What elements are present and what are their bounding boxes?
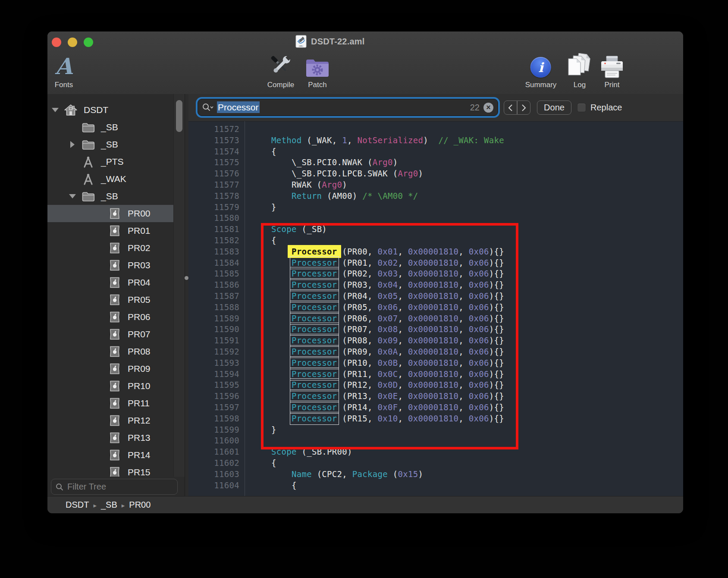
code-line-11575[interactable]: 11575 \_SB.PCI0.NWAK (Arg0) [188,157,683,168]
tree-item-pr05-11[interactable]: PR05 [47,291,185,308]
tree-item-pr11-17[interactable]: PR11 [47,395,185,412]
code-line-11599[interactable]: 11599 } [188,424,683,436]
tree-item-pr12-18[interactable]: PR12 [47,412,185,429]
tree-item-pr09-15[interactable]: PR09 [47,360,185,377]
toolbar-button-compile[interactable]: Compile [267,51,294,89]
code-line-11591[interactable]: 11591 Processor (PR08, 0x09, 0x00001810,… [188,335,683,346]
tree-item-pr08-14[interactable]: PR08 [47,343,185,360]
toolbar-button-log[interactable]: Log [567,51,592,89]
replace-checkbox[interactable] [577,103,586,112]
zoom-window-button[interactable] [84,38,93,47]
tree-item-pr02-8[interactable]: PR02 [47,239,185,257]
disclosure-triangle[interactable] [50,108,60,112]
tree-item-dsdt-0[interactable]: DSDT [47,101,185,119]
find-next-button[interactable] [517,101,530,115]
tree-item-pr15-21[interactable]: PR15 [47,464,185,477]
code-line-11602[interactable]: 11602 { [188,458,683,469]
code-line-11600[interactable]: 11600 [188,435,683,446]
breadcrumb-item-dsdt[interactable]: DSDT [66,500,89,509]
code-line-11603[interactable]: 11603 Name (CPC2, Package (0x15) [188,469,683,480]
replace-option: Replace [577,101,622,115]
disclosure-triangle[interactable] [67,194,78,198]
filter-tree-input[interactable]: Filter Tree [51,479,178,495]
toolbar-button-print[interactable]: Print [600,51,624,89]
splitter-handle-dot[interactable] [185,276,188,280]
close-window-button[interactable] [52,38,61,47]
tree-item-label: PR08 [128,346,151,357]
code-line-11604[interactable]: 11604 { [188,480,683,491]
code-line-11581[interactable]: 11581 Scope (_SB) [188,224,683,235]
line-number: 11583 [188,246,245,258]
code-line-11584[interactable]: 11584 Processor (PR01, 0x02, 0x00001810,… [188,258,683,269]
code-line-11597[interactable]: 11597 Processor (PR14, 0x0F, 0x00001810,… [188,402,683,413]
line-content [245,213,251,224]
code-line-11580[interactable]: 11580 [188,213,683,224]
search-input[interactable]: Processor 22 × [198,99,498,116]
code-line-11576[interactable]: 11576 \_SB.PCI0.LPCB.SWAK (Arg0) [188,168,683,179]
tree-item-sb-sb-2[interactable]: _SB [47,136,185,153]
tree-item-pr03-9[interactable]: PR03 [47,257,185,274]
document-proxy-icon[interactable]: AML [295,35,307,48]
tree-item-pr07-13[interactable]: PR07 [47,326,185,343]
tree-item-pr10-16[interactable]: PR10 [47,377,185,395]
breadcrumb-item-_sb[interactable]: _SB [101,500,117,509]
done-button[interactable]: Done [537,101,571,115]
tree-item-sb-sb-1[interactable]: _SB [47,119,185,136]
processor-icon [108,311,121,324]
outline-tree[interactable]: DSDT_SB_SB_PTS_WAK_SBPR00PR01PR02PR03PR0… [47,94,185,477]
code-editor[interactable]: 1157211573 Method (_WAK, 1, NotSerialize… [188,121,683,496]
tree-item-pr06-12[interactable]: PR06 [47,308,185,326]
code-line-11573[interactable]: 11573 Method (_WAK, 1, NotSerialized) //… [188,135,683,146]
code-line-11595[interactable]: 11595 Processor (PR12, 0x0D, 0x00001810,… [188,380,683,391]
tree-item-pr14-20[interactable]: PR14 [47,446,185,464]
line-content: Processor (PR00, 0x01, 0x00001810, 0x06)… [245,246,504,258]
find-previous-button[interactable] [504,101,517,115]
clear-search-button[interactable]: × [483,103,493,113]
code-line-11583[interactable]: 11583 Processor (PR00, 0x01, 0x00001810,… [188,246,683,258]
line-content: Processor (PR07, 0x08, 0x00001810, 0x06)… [245,324,504,335]
code-line-11578[interactable]: 11578 Return (AM00) /* \AM00 */ [188,191,683,202]
code-line-11585[interactable]: 11585 Processor (PR02, 0x03, 0x00001810,… [188,268,683,280]
processor-icon [108,466,121,477]
search-match: Processor [292,324,337,334]
tree-item-sb-wak-4[interactable]: _WAK [47,170,185,188]
toolbar-button-fonts[interactable]: A Fonts [55,51,73,89]
tree-item-pr01-7[interactable]: PR01 [47,222,185,239]
code-line-11586[interactable]: 11586 Processor (PR03, 0x04, 0x00001810,… [188,280,683,291]
code-line-11598[interactable]: 11598 Processor (PR15, 0x10, 0x00001810,… [188,413,683,424]
toolbar-button-patch[interactable]: Patch [305,51,330,89]
code-line-11592[interactable]: 11592 Processor (PR09, 0x0A, 0x00001810,… [188,346,683,358]
code-line-11589[interactable]: 11589 Processor (PR06, 0x07, 0x00001810,… [188,313,683,324]
code-line-11577[interactable]: 11577 RWAK (Arg0) [188,179,683,191]
tree-item-label: PR12 [128,415,151,426]
code-line-11572[interactable]: 11572 [188,124,683,135]
tree-item-label: PR02 [128,243,151,253]
code-line-11596[interactable]: 11596 Processor (PR13, 0x0E, 0x00001810,… [188,391,683,402]
tree-item-pr13-19[interactable]: PR13 [47,429,185,446]
code-line-11587[interactable]: 11587 Processor (PR04, 0x05, 0x00001810,… [188,291,683,302]
disclosure-triangle[interactable] [67,141,78,148]
code-line-11590[interactable]: 11590 Processor (PR07, 0x08, 0x00001810,… [188,324,683,335]
code-line-11574[interactable]: 11574 { [188,146,683,157]
processor-icon [108,328,121,341]
tree-item-pr00-6[interactable]: PR00 [47,205,185,222]
tree-item-sb-pts-3[interactable]: _PTS [47,153,185,170]
toolbar-button-summary[interactable]: i Summary [525,51,557,89]
line-number: 11602 [188,458,245,469]
code-line-11579[interactable]: 11579 } [188,202,683,213]
tree-item-sb-sb-5[interactable]: _SB [47,188,185,205]
sidebar-scrollbar-thumb[interactable] [176,100,182,132]
search-icon [202,103,213,112]
window-title: DSDT-22.aml [311,37,364,47]
tree-item-pr04-10[interactable]: PR04 [47,274,185,291]
tree-item-label: PR03 [128,260,151,270]
minimize-window-button[interactable] [68,38,77,47]
breadcrumb-item-pr00[interactable]: PR00 [129,500,151,509]
code-line-11593[interactable]: 11593 Processor (PR10, 0x0B, 0x00001810,… [188,358,683,369]
sidebar-scrollbar-track[interactable] [173,94,185,477]
code-line-11582[interactable]: 11582 { [188,235,683,246]
titlebar: AML DSDT-22.aml [295,33,364,50]
code-line-11588[interactable]: 11588 Processor (PR05, 0x06, 0x00001810,… [188,302,683,313]
code-line-11601[interactable]: 11601 Scope (_SB.PR00) [188,446,683,458]
code-line-11594[interactable]: 11594 Processor (PR11, 0x0C, 0x00001810,… [188,369,683,380]
